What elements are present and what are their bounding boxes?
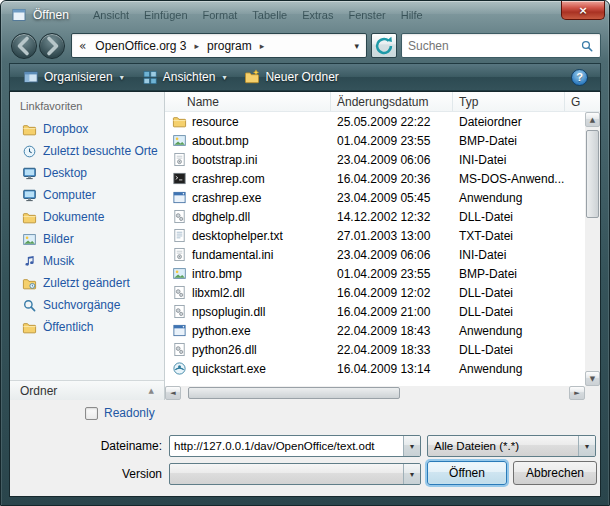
- sidebar-item-dropbox[interactable]: Dropbox: [10, 118, 164, 140]
- version-dropdown[interactable]: ▾: [169, 463, 421, 485]
- dialog-client-area: Linkfavoriten DropboxZuletzt besuchte Or…: [9, 91, 601, 497]
- open-button[interactable]: Öffnen: [427, 461, 507, 485]
- readonly-option[interactable]: Readonly: [85, 406, 155, 420]
- toolbar-button-organisieren[interactable]: Organisieren▾: [14, 66, 133, 88]
- file-modified-date: 22.04.2009 18:33: [331, 343, 453, 357]
- file-row[interactable]: libxml2.dll16.04.2009 12:02DLL-Datei: [165, 283, 585, 302]
- back-button[interactable]: [11, 33, 37, 59]
- breadcrumb-item-program[interactable]: program: [203, 39, 256, 53]
- horizontal-scroll-track[interactable]: [182, 387, 568, 399]
- new-folder-icon: [244, 69, 260, 85]
- file-row[interactable]: fundamental.ini23.04.2009 06:06INI-Datei: [165, 245, 585, 264]
- arrow-left-icon: [12, 34, 36, 58]
- filename-input[interactable]: [170, 436, 403, 456]
- version-dropdown-icon[interactable]: ▾: [403, 464, 420, 484]
- file-row[interactable]: python.exe22.04.2009 18:43Anwendung: [165, 321, 585, 340]
- filename-label: Dateiname:: [30, 439, 162, 453]
- file-row[interactable]: npsoplugin.dll16.04.2009 21:00DLL-Datei: [165, 302, 585, 321]
- filename-dropdown-icon[interactable]: ▾: [403, 436, 420, 456]
- file-modified-date: 01.04.2009 23:55: [331, 267, 453, 281]
- scroll-right-button[interactable]: ►: [569, 386, 585, 400]
- sidebar-item-label: Musik: [43, 254, 74, 268]
- file-name: crashrep.com: [192, 172, 265, 186]
- horizontal-scroll-thumb[interactable]: [188, 387, 400, 399]
- forward-button[interactable]: [39, 33, 65, 59]
- sidebar-list: DropboxZuletzt besuchte OrteDesktopCompu…: [10, 118, 164, 338]
- breadcrumb-item-openoffice-org-3[interactable]: OpenOffice.org 3: [91, 39, 190, 53]
- sidebar-item-musik[interactable]: Musik: [10, 250, 164, 272]
- readonly-checkbox[interactable]: [85, 407, 98, 420]
- file-row[interactable]: desktophelper.txt27.01.2003 13:00TXT-Dat…: [165, 226, 585, 245]
- file-modified-date: 16.04.2009 21:00: [331, 305, 453, 319]
- column-header-g[interactable]: G: [565, 92, 600, 111]
- sidebar-item-zuletzt-geaendert[interactable]: Zuletzt geändert: [10, 272, 164, 294]
- file-row[interactable]: crashrep.com16.04.2009 20:36MS-DOS-Anwen…: [165, 169, 585, 188]
- file-modified-date: 16.04.2009 13:14: [331, 362, 453, 376]
- search-input[interactable]: [408, 39, 576, 53]
- refresh-button[interactable]: [371, 33, 397, 58]
- version-label: Version: [30, 467, 162, 481]
- image-icon: [172, 133, 187, 148]
- breadcrumb-separator-icon[interactable]: ▸: [256, 41, 269, 51]
- file-row[interactable]: bootstrap.ini23.04.2009 06:06INI-Datei: [165, 150, 585, 169]
- toolbar-button-label: Organisieren: [44, 70, 113, 84]
- file-name: npsoplugin.dll: [192, 305, 265, 319]
- sidebar-item-oeffentlich[interactable]: Öffentlich: [10, 316, 164, 338]
- sidebar-item-bilder[interactable]: Bilder: [10, 228, 164, 250]
- vertical-scroll-thumb[interactable]: [586, 130, 599, 218]
- ini-icon: [172, 152, 187, 167]
- file-type: TXT-Datei: [453, 229, 565, 243]
- cancel-button[interactable]: Abbrechen: [513, 461, 597, 485]
- close-button[interactable]: ×: [561, 1, 605, 20]
- file-name-cell: desktophelper.txt: [165, 228, 331, 243]
- file-row[interactable]: dbghelp.dll14.12.2002 12:32DLL-Datei: [165, 207, 585, 226]
- file-row[interactable]: intro.bmp01.04.2009 23:55BMP-Datei: [165, 264, 585, 283]
- horizontal-scrollbar[interactable]: ◄ ►: [165, 386, 585, 400]
- scroll-down-button[interactable]: ▼: [585, 371, 600, 386]
- sidebar-item-zuletzt-besuchte-orte[interactable]: Zuletzt besuchte Orte: [10, 140, 164, 162]
- folder-icon: [22, 210, 37, 225]
- file-row[interactable]: python26.dll22.04.2009 18:33DLL-Datei: [165, 340, 585, 359]
- background-menu-item-extras: Extras: [302, 9, 333, 21]
- file-row[interactable]: resource25.05.2009 22:22Dateiordner: [165, 112, 585, 131]
- column-header-aenderungsdatum[interactable]: Änderungsdatum: [331, 92, 453, 111]
- file-name-cell: fundamental.ini: [165, 247, 331, 262]
- breadcrumb-separator-icon[interactable]: ▸: [191, 41, 204, 51]
- folders-expander[interactable]: Ordner ▲: [10, 380, 164, 400]
- dll-icon: [172, 209, 187, 224]
- scroll-up-button[interactable]: ▲: [585, 112, 600, 127]
- filetype-dropdown[interactable]: Alle Dateien (*.*) ▾: [427, 435, 596, 457]
- column-header-name[interactable]: Name: [165, 92, 331, 111]
- sidebar-item-dokumente[interactable]: Dokumente: [10, 206, 164, 228]
- sidebar-item-computer[interactable]: Computer: [10, 184, 164, 206]
- breadcrumb-dropdown-icon[interactable]: ▾: [354, 41, 366, 51]
- toolbar-button-ansichten[interactable]: Ansichten▾: [133, 66, 236, 88]
- magnifier-icon: [22, 298, 37, 313]
- file-name-cell: quickstart.exe: [165, 361, 331, 376]
- sidebar-item-desktop[interactable]: Desktop: [10, 162, 164, 184]
- file-row[interactable]: about.bmp01.04.2009 23:55BMP-Datei: [165, 131, 585, 150]
- file-name-cell: crashrep.com: [165, 171, 331, 186]
- titlebar[interactable]: Öffnen AnsichtEinfügenFormatTabelleExtra…: [1, 1, 609, 29]
- file-modified-date: 22.04.2009 18:43: [331, 324, 453, 338]
- vertical-scroll-track[interactable]: [586, 128, 599, 370]
- breadcrumb[interactable]: « OpenOffice.org 3▸program▸ ▾: [71, 33, 367, 58]
- scroll-left-button[interactable]: ◄: [165, 386, 181, 400]
- open-dialog-window: Öffnen AnsichtEinfügenFormatTabelleExtra…: [0, 0, 610, 506]
- sidebar-item-suchvorgaenge[interactable]: Suchvorgänge: [10, 294, 164, 316]
- sidebar-item-label: Zuletzt geändert: [43, 276, 130, 290]
- filetype-dropdown-icon[interactable]: ▾: [578, 436, 595, 456]
- file-row[interactable]: crashrep.exe23.04.2009 05:45Anwendung: [165, 188, 585, 207]
- breadcrumb-overflow-chevron[interactable]: «: [72, 39, 91, 53]
- filename-combobox[interactable]: ▾: [169, 435, 421, 457]
- vertical-scrollbar[interactable]: ▲ ▼: [585, 112, 600, 386]
- search-box[interactable]: [401, 33, 601, 58]
- file-row[interactable]: quickstart.exe16.04.2009 13:14Anwendung: [165, 359, 585, 378]
- file-type: Anwendung: [453, 362, 565, 376]
- toolbar-button-neuer-ordner[interactable]: Neuer Ordner: [235, 66, 347, 88]
- file-type: MS-DOS-Anwend...: [453, 172, 565, 186]
- help-button[interactable]: ?: [571, 69, 588, 86]
- search-icon[interactable]: [580, 39, 594, 53]
- column-header-typ[interactable]: Typ: [453, 92, 565, 111]
- chevron-down-icon: ▾: [222, 73, 226, 82]
